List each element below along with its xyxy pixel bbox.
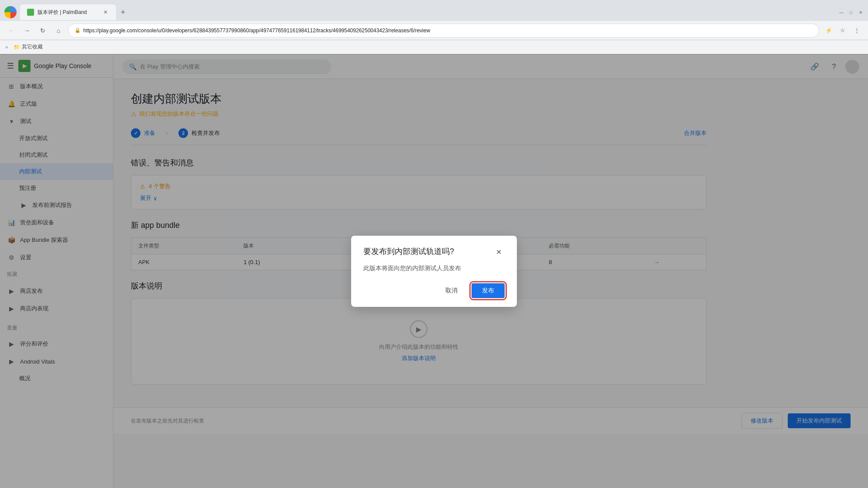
browser-actions: ⚡ ☆ ⋮ <box>823 24 863 37</box>
dialog-actions: 取消 发布 <box>363 283 505 298</box>
extensions-button[interactable]: ⚡ <box>823 24 835 37</box>
dialog-header: 要发布到内部测试轨道吗? ✕ <box>363 246 505 258</box>
maximize-button[interactable]: □ <box>848 9 854 15</box>
tab-bar: 版本评价 | PalmBand ✕ + — □ ✕ <box>0 0 868 21</box>
url-bar[interactable]: 🔒 https://play.google.com/console/u/0/de… <box>68 24 819 38</box>
address-bar: ← → ↻ ⌂ 🔒 https://play.google.com/consol… <box>0 21 868 40</box>
forward-button[interactable]: → <box>21 24 33 37</box>
menu-button[interactable]: ⋮ <box>851 24 863 37</box>
tab-title: 版本评价 | PalmBand <box>38 9 100 16</box>
confirm-publish-button[interactable]: 发布 <box>472 283 505 298</box>
minimize-button[interactable]: — <box>838 9 844 15</box>
browser-icon <box>4 6 17 18</box>
dialog-body: 此版本将面向您的内部测试人员发布 <box>363 264 505 273</box>
window-controls: — □ ✕ <box>838 9 864 15</box>
url-text: https://play.google.com/console/u/0/deve… <box>83 27 813 34</box>
tab-favicon <box>27 9 34 16</box>
dialog-title: 要发布到内部测试轨道吗? <box>363 246 454 257</box>
close-button[interactable]: ✕ <box>858 9 864 15</box>
confirm-dialog: 要发布到内部测试轨道吗? ✕ 此版本将面向您的内部测试人员发布 取消 发布 <box>351 236 517 307</box>
bookmark-label: 其它收藏 <box>22 43 43 51</box>
tab-close-button[interactable]: ✕ <box>102 9 109 16</box>
star-button[interactable]: ☆ <box>837 24 849 37</box>
bookmarks-bar: » 📁 其它收藏 <box>0 40 868 54</box>
active-tab[interactable]: 版本评价 | PalmBand ✕ <box>20 4 116 20</box>
reload-button[interactable]: ↻ <box>37 24 49 37</box>
back-button[interactable]: ← <box>5 24 17 37</box>
home-button[interactable]: ⌂ <box>52 24 65 37</box>
new-tab-button[interactable]: + <box>117 6 129 18</box>
bookmark-item[interactable]: 📁 其它收藏 <box>14 43 43 51</box>
modal-overlay: 要发布到内部测试轨道吗? ✕ 此版本将面向您的内部测试人员发布 取消 发布 <box>0 54 868 488</box>
dialog-close-button[interactable]: ✕ <box>492 246 505 258</box>
lock-icon: 🔒 <box>75 27 81 33</box>
cancel-button[interactable]: 取消 <box>437 283 466 298</box>
